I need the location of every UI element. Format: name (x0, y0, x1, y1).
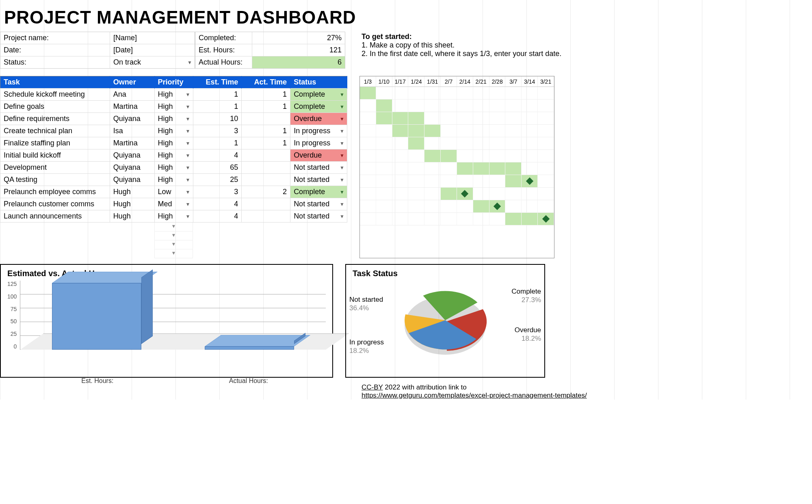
est-time-cell[interactable]: 4 (193, 210, 242, 223)
table-row[interactable]: Prelaunch customer commsHughMed▼4Not sta… (0, 198, 347, 210)
act-time-cell[interactable]: 1 (242, 89, 290, 101)
date-value[interactable]: [Date] (110, 44, 195, 56)
task-name-cell[interactable]: Define requirements (0, 113, 110, 125)
status-value[interactable]: On track ▼ (110, 56, 195, 68)
est-time-cell[interactable]: 65 (193, 162, 242, 174)
owner-cell[interactable]: Quiyana (110, 162, 154, 174)
table-row[interactable]: QA testingQuiyanaHigh▼25Not started▼ (0, 174, 347, 186)
chevron-down-icon[interactable]: ▼ (340, 214, 344, 219)
chevron-down-icon[interactable]: ▼ (340, 104, 344, 110)
priority-cell[interactable]: Med▼ (154, 198, 193, 210)
footer-link[interactable]: https://www.getguru.com/templates/excel-… (362, 392, 587, 399)
act-time-cell[interactable] (242, 113, 290, 125)
chevron-down-icon[interactable]: ▼ (340, 189, 344, 195)
act-time-cell[interactable] (242, 149, 290, 162)
priority-cell[interactable]: High▼ (154, 149, 193, 162)
est-time-cell[interactable]: 3 (193, 125, 242, 137)
status-cell[interactable]: Overdue▼ (290, 149, 347, 162)
col-owner[interactable]: Owner (110, 76, 154, 89)
owner-cell[interactable]: Quiyana (110, 149, 154, 162)
priority-cell[interactable]: High▼ (154, 101, 193, 113)
act-time-cell[interactable] (242, 174, 290, 186)
chevron-down-icon[interactable]: ▼ (186, 128, 191, 134)
table-row[interactable]: Define requirementsQuiyanaHigh▼10Overdue… (0, 113, 347, 125)
chevron-down-icon[interactable]: ▼ (186, 165, 191, 171)
chevron-down-icon[interactable]: ▼ (154, 223, 193, 231)
status-cell[interactable]: Complete▼ (290, 101, 347, 113)
priority-cell[interactable]: High▼ (154, 113, 193, 125)
col-act-time[interactable]: Act. Time (242, 76, 290, 89)
task-name-cell[interactable]: Initial build kickoff (0, 149, 110, 162)
chevron-down-icon[interactable]: ▼ (187, 60, 192, 65)
chevron-down-icon[interactable]: ▼ (186, 104, 191, 110)
chevron-down-icon[interactable]: ▼ (340, 116, 344, 122)
chevron-down-icon[interactable]: ▼ (154, 249, 193, 258)
status-cell[interactable]: Not started▼ (290, 174, 347, 186)
task-name-cell[interactable]: Development (0, 162, 110, 174)
priority-cell[interactable]: High▼ (154, 210, 193, 223)
table-row[interactable]: Schedule kickoff meetingAnaHigh▼11Comple… (0, 89, 347, 101)
owner-cell[interactable]: Quiyana (110, 113, 154, 125)
chevron-down-icon[interactable]: ▼ (186, 116, 191, 122)
priority-cell[interactable]: High▼ (154, 162, 193, 174)
owner-cell[interactable]: Isa (110, 125, 154, 137)
task-name-cell[interactable]: Schedule kickoff meeting (0, 89, 110, 101)
task-name-cell[interactable]: Finalize staffing plan (0, 137, 110, 149)
est-time-cell[interactable]: 3 (193, 186, 242, 198)
task-name-cell[interactable]: Launch announcements (0, 210, 110, 223)
act-time-cell[interactable]: 1 (242, 125, 290, 137)
chevron-down-icon[interactable]: ▼ (340, 201, 344, 207)
owner-cell[interactable]: Martina (110, 137, 154, 149)
owner-cell[interactable]: Quiyana (110, 174, 154, 186)
priority-cell[interactable]: High▼ (154, 89, 193, 101)
est-time-cell[interactable]: 4 (193, 198, 242, 210)
status-cell[interactable]: Overdue▼ (290, 113, 347, 125)
col-priority[interactable]: Priority (154, 76, 193, 89)
status-cell[interactable]: Complete▼ (290, 186, 347, 198)
chevron-down-icon[interactable]: ▼ (186, 92, 191, 97)
chevron-down-icon[interactable]: ▼ (340, 128, 344, 134)
project-name-value[interactable]: [Name] (110, 32, 195, 44)
chevron-down-icon[interactable]: ▼ (186, 177, 191, 183)
chevron-down-icon[interactable]: ▼ (186, 201, 191, 207)
owner-cell[interactable]: Ana (110, 89, 154, 101)
status-cell[interactable]: Complete▼ (290, 89, 347, 101)
act-time-cell[interactable] (242, 198, 290, 210)
table-row[interactable]: Define goalsMartinaHigh▼11Complete▼ (0, 101, 347, 113)
owner-cell[interactable]: Hugh (110, 210, 154, 223)
chevron-down-icon[interactable]: ▼ (154, 240, 193, 249)
task-name-cell[interactable]: Prelaunch customer comms (0, 198, 110, 210)
act-time-cell[interactable]: 1 (242, 137, 290, 149)
act-time-cell[interactable] (242, 210, 290, 223)
owner-cell[interactable]: Hugh (110, 186, 154, 198)
chevron-down-icon[interactable]: ▼ (186, 153, 191, 158)
col-task[interactable]: Task (0, 76, 110, 89)
priority-cell[interactable]: High▼ (154, 137, 193, 149)
act-time-cell[interactable]: 2 (242, 186, 290, 198)
col-status[interactable]: Status (290, 76, 347, 89)
chevron-down-icon[interactable]: ▼ (340, 141, 344, 146)
est-time-cell[interactable]: 1 (193, 137, 242, 149)
act-time-cell[interactable] (242, 162, 290, 174)
est-time-cell[interactable]: 4 (193, 149, 242, 162)
chevron-down-icon[interactable]: ▼ (186, 214, 191, 219)
act-time-cell[interactable]: 1 (242, 101, 290, 113)
table-row[interactable]: Create technical planIsaHigh▼31In progre… (0, 125, 347, 137)
priority-cell[interactable]: Low▼ (154, 186, 193, 198)
owner-cell[interactable]: Hugh (110, 198, 154, 210)
status-cell[interactable]: Not started▼ (290, 198, 347, 210)
chevron-down-icon[interactable]: ▼ (186, 141, 191, 146)
status-cell[interactable]: Not started▼ (290, 162, 347, 174)
table-row[interactable]: Initial build kickoffQuiyanaHigh▼4Overdu… (0, 149, 347, 162)
chevron-down-icon[interactable]: ▼ (340, 153, 344, 158)
chevron-down-icon[interactable]: ▼ (186, 189, 191, 195)
table-row[interactable]: Finalize staffing planMartinaHigh▼11In p… (0, 137, 347, 149)
chevron-down-icon[interactable]: ▼ (340, 177, 344, 183)
task-name-cell[interactable]: QA testing (0, 174, 110, 186)
est-time-cell[interactable]: 1 (193, 89, 242, 101)
task-name-cell[interactable]: Prelaunch employee comms (0, 186, 110, 198)
table-row[interactable]: DevelopmentQuiyanaHigh▼65Not started▼ (0, 162, 347, 174)
status-cell[interactable]: Not started▼ (290, 210, 347, 223)
priority-cell[interactable]: High▼ (154, 174, 193, 186)
chevron-down-icon[interactable]: ▼ (340, 165, 344, 171)
